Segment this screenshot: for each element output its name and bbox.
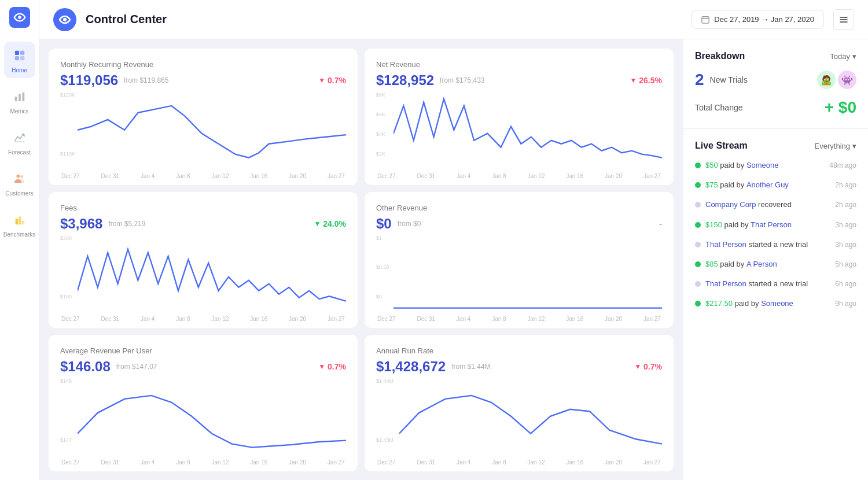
y-axis-net-revenue: $8K$6K$4K$2K bbox=[376, 92, 385, 157]
livestream-section: Live Stream Everything ▾ $50 paid by Som… bbox=[683, 129, 868, 480]
chart-from-other-revenue: from $0 bbox=[398, 220, 421, 228]
chart-change-arpu: ▼ 0.7% bbox=[318, 362, 346, 371]
chart-from-fees: from $5,219 bbox=[108, 220, 145, 228]
avatar-2: 👾 bbox=[838, 71, 856, 89]
sidebar-item-label: Customers bbox=[5, 190, 33, 197]
sidebar-item-metrics[interactable]: Metrics bbox=[4, 83, 35, 119]
forecast-icon bbox=[10, 128, 29, 147]
app-logo[interactable] bbox=[9, 7, 30, 28]
y-axis-other-revenue: $1$0.50$0 bbox=[376, 235, 389, 300]
svg-rect-1 bbox=[14, 51, 19, 55]
breakdown-section: Breakdown Today ▾ 2 New Trials 🧟 👾 Tot bbox=[683, 39, 868, 129]
stream-dot-6 bbox=[695, 281, 701, 287]
svg-rect-13 bbox=[21, 221, 24, 224]
svg-point-10 bbox=[20, 175, 23, 178]
sidebar-item-forecast[interactable]: Forecast bbox=[4, 124, 35, 160]
svg-point-9 bbox=[16, 175, 20, 178]
svg-rect-12 bbox=[19, 217, 21, 225]
sidebar-item-customers[interactable]: Customers bbox=[4, 165, 35, 201]
stream-item-2: Company Corp recovered 2h ago bbox=[695, 200, 856, 210]
chart-title-net-revenue: Net Revenue bbox=[376, 60, 662, 69]
stream-item-7: $217.50 paid by Someone 9h ago bbox=[695, 298, 856, 309]
chart-from-net-revenue: from $175,433 bbox=[440, 76, 484, 84]
chart-change-arr: ▼ 0.7% bbox=[634, 362, 662, 371]
svg-rect-2 bbox=[20, 51, 24, 55]
x-axis-other-revenue: Dec 27Dec 31Jan 4Jan 8Jan 12Jan 16Jan 20… bbox=[376, 316, 662, 322]
stream-dot-1 bbox=[695, 182, 701, 188]
chart-card-arpu: Average Revenue Per User $146.08 from $1… bbox=[49, 335, 358, 471]
stream-item-0: $50 paid by Someone 48m ago bbox=[695, 160, 856, 171]
content-area: Monthly Recurring Revenue $119,056 from … bbox=[39, 39, 868, 480]
chart-title-mrr: Monthly Recurring Revenue bbox=[60, 60, 346, 69]
avatar-1: 🧟 bbox=[817, 71, 836, 89]
stream-item-5: $85 paid by A Person 5h ago bbox=[695, 259, 856, 269]
stream-item-4: That Person started a new trial 3h ago bbox=[695, 239, 856, 250]
svg-rect-5 bbox=[14, 97, 17, 101]
chart-value-arpu: $146.08 bbox=[60, 359, 111, 375]
chart-card-mrr: Monthly Recurring Revenue $119,056 from … bbox=[49, 49, 358, 185]
y-axis-mrr: $120K$119K bbox=[60, 92, 75, 157]
chart-value-other-revenue: $0 bbox=[376, 216, 392, 232]
chart-card-net-revenue: Net Revenue $128,952 from $175,433 ▼ 26.… bbox=[365, 49, 674, 185]
y-axis-fees: $200$100 bbox=[60, 235, 72, 300]
svg-rect-7 bbox=[22, 93, 24, 102]
stream-dot-4 bbox=[695, 242, 701, 248]
svg-point-0 bbox=[18, 16, 21, 19]
breakdown-dropdown[interactable]: Today ▾ bbox=[830, 52, 856, 61]
trials-label: New Trials bbox=[710, 75, 811, 84]
total-change-value: + $0 bbox=[825, 98, 856, 117]
chart-from-mrr: from $119,865 bbox=[124, 76, 168, 84]
svg-rect-3 bbox=[14, 56, 19, 60]
chart-change-fees: ▼ 24.0% bbox=[314, 219, 346, 228]
chart-from-arpu: from $147.07 bbox=[116, 363, 157, 371]
metrics-icon bbox=[10, 87, 29, 106]
trials-row: 2 New Trials 🧟 👾 bbox=[695, 71, 856, 89]
chart-from-arr: from $1.44M bbox=[451, 363, 490, 371]
sidebar-item-home[interactable]: Home bbox=[4, 42, 35, 78]
trials-count: 2 bbox=[695, 71, 704, 89]
svg-rect-11 bbox=[15, 219, 18, 224]
avatar-group: 🧟 👾 bbox=[817, 71, 856, 89]
x-axis-mrr: Dec 27Dec 31Jan 4Jan 8Jan 12Jan 16Jan 20… bbox=[60, 173, 346, 179]
livestream-dropdown[interactable]: Everything ▾ bbox=[815, 142, 856, 150]
stream-dot-2 bbox=[695, 202, 701, 208]
chart-value-arr: $1,428,672 bbox=[376, 359, 446, 375]
total-change-row: Total Change + $0 bbox=[695, 98, 856, 117]
chart-value-net-revenue: $128,952 bbox=[376, 72, 434, 88]
sidebar-item-benchmarks[interactable]: Benchmarks bbox=[4, 206, 35, 242]
svg-rect-4 bbox=[20, 56, 24, 60]
date-range-button[interactable]: Dec 27, 2019 → Jan 27, 2020 bbox=[692, 10, 824, 29]
stream-dot-5 bbox=[695, 261, 701, 267]
chart-value-mrr: $119,056 bbox=[60, 72, 118, 88]
y-axis-arpu: $148$147 bbox=[60, 378, 72, 443]
customers-icon bbox=[10, 169, 29, 188]
sidebar: Home Metrics Forecast bbox=[0, 0, 39, 480]
x-axis-arr: Dec 27Dec 31Jan 4Jan 8Jan 12Jan 16Jan 20… bbox=[376, 459, 662, 466]
header: Control Center Dec 27, 2019 → Jan 27, 20… bbox=[39, 0, 868, 39]
total-change-label: Total Change bbox=[695, 103, 743, 112]
stream-item-1: $75 paid by Another Guy 2h ago bbox=[695, 180, 856, 190]
x-axis-fees: Dec 27Dec 31Jan 4Jan 8Jan 12Jan 16Jan 20… bbox=[60, 316, 346, 322]
x-axis-arpu: Dec 27Dec 31Jan 4Jan 8Jan 12Jan 16Jan 20… bbox=[60, 459, 346, 466]
sidebar-item-label: Forecast bbox=[8, 149, 31, 156]
chart-change-net-revenue: ▼ 26.5% bbox=[630, 76, 662, 85]
stream-dot-0 bbox=[695, 163, 701, 168]
svg-point-14 bbox=[63, 18, 67, 21]
stream-item-6: That Person started a new trial 6h ago bbox=[695, 279, 856, 289]
chart-card-other-revenue: Other Revenue $0 from $0 - $1$0.50$0 bbox=[365, 192, 674, 328]
y-axis-arr: $1.44M$1.43M bbox=[376, 378, 393, 443]
stream-dot-3 bbox=[695, 222, 701, 228]
right-panel: Breakdown Today ▾ 2 New Trials 🧟 👾 Tot bbox=[683, 39, 868, 480]
stream-item-3: $150 paid by That Person 3h ago bbox=[695, 220, 856, 230]
home-icon bbox=[10, 46, 29, 65]
date-range-label: Dec 27, 2019 → Jan 27, 2020 bbox=[714, 15, 814, 24]
menu-button[interactable] bbox=[833, 9, 854, 30]
chart-title-fees: Fees bbox=[60, 204, 346, 212]
chart-change-other-revenue: - bbox=[659, 219, 662, 228]
benchmarks-icon bbox=[10, 211, 29, 229]
svg-rect-6 bbox=[19, 94, 21, 101]
header-logo bbox=[53, 8, 76, 31]
livestream-title: Live Stream bbox=[695, 141, 748, 151]
charts-grid: Monthly Recurring Revenue $119,056 from … bbox=[39, 39, 683, 480]
chart-title-arpu: Average Revenue Per User bbox=[60, 346, 346, 355]
